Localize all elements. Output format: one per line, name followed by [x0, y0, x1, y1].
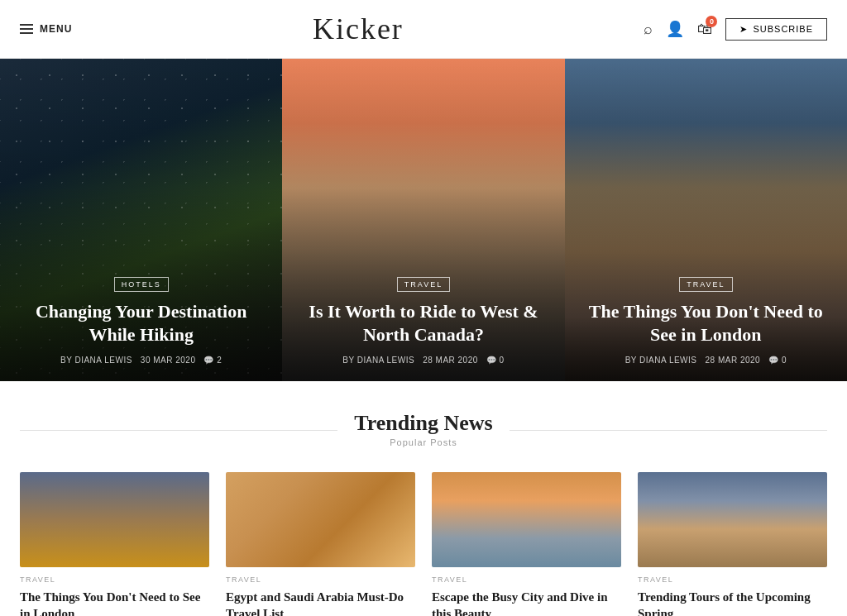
- menu-label[interactable]: MENU: [40, 23, 72, 35]
- subscribe-label: SUBSCRIBE: [753, 24, 813, 34]
- subscribe-icon: ➤: [739, 24, 748, 35]
- trending-card-2-image: [226, 472, 415, 567]
- hero-card-1-tag: HOTELS: [114, 277, 169, 292]
- trending-card-1-title: The Things You Don't Need to See in Lond…: [20, 589, 209, 616]
- hero-card-1-title: Changing Your Destination While Hiking: [18, 300, 264, 347]
- trending-card-3-title: Escape the Busy City and Dive in this Be…: [432, 589, 621, 616]
- hero-card-2-tag: TRAVEL: [397, 277, 450, 292]
- hero-card-3[interactable]: TRAVEL The Things You Don't Need to See …: [565, 59, 847, 381]
- hero-card-1-date: 30 MAR 2020: [141, 356, 196, 365]
- trending-section: Trending News Popular Posts TRAVEL The T…: [0, 381, 847, 616]
- hero-card-2-content: TRAVEL Is It Worth to Ride to West & Nor…: [282, 259, 564, 381]
- site-logo[interactable]: Kicker: [313, 12, 404, 46]
- hero-card-3-content: TRAVEL The Things You Don't Need to See …: [565, 259, 847, 381]
- trending-card-3[interactable]: TRAVEL Escape the Busy City and Dive in …: [432, 472, 621, 616]
- trending-card-3-image: [432, 472, 621, 567]
- trending-card-4-image: [638, 472, 827, 567]
- trending-title: Trending News: [354, 411, 492, 436]
- trending-grid: TRAVEL The Things You Don't Need to See …: [20, 472, 827, 616]
- trending-card-4[interactable]: TRAVEL Trending Tours of the Upcoming Sp…: [638, 472, 827, 616]
- trending-card-4-title: Trending Tours of the Upcoming Spring: [638, 589, 827, 616]
- search-icon[interactable]: ⌕: [644, 21, 653, 38]
- menu-icon[interactable]: [20, 24, 33, 34]
- trending-header: Trending News Popular Posts: [20, 411, 827, 449]
- hero-section: HOTELS Changing Your Destination While H…: [0, 59, 847, 381]
- hero-card-3-tag: TRAVEL: [679, 277, 732, 292]
- cart-icon-wrap[interactable]: 🛍 0: [697, 21, 712, 38]
- trending-card-3-tag: TRAVEL: [432, 575, 621, 584]
- hero-card-3-title: The Things You Don't Need to See in Lond…: [583, 300, 829, 347]
- trending-title-wrap: Trending News Popular Posts: [337, 411, 509, 447]
- trending-card-4-tag: TRAVEL: [638, 575, 827, 584]
- trending-subtitle: Popular Posts: [354, 437, 492, 447]
- trending-card-1-tag: TRAVEL: [20, 575, 209, 584]
- subscribe-button[interactable]: ➤ SUBSCRIBE: [725, 18, 827, 41]
- trending-card-1-image: [20, 472, 209, 567]
- user-icon[interactable]: 👤: [666, 20, 684, 38]
- hero-card-2-author: BY DIANA LEWIS: [342, 356, 414, 365]
- trending-card-2[interactable]: TRAVEL Egypt and Saudi Arabia Must-Do Tr…: [226, 472, 415, 616]
- hero-card-1-meta: BY DIANA LEWIS 30 MAR 2020 💬 2: [18, 356, 264, 365]
- hero-card-1-comments: 💬 2: [203, 356, 222, 365]
- hero-card-2-comments: 💬 0: [486, 356, 505, 365]
- cart-badge: 0: [706, 16, 717, 27]
- hero-card-2-title: Is It Worth to Ride to West & North Cana…: [300, 300, 546, 347]
- trending-card-2-title: Egypt and Saudi Arabia Must-Do Travel Li…: [226, 589, 415, 616]
- hero-card-3-author: BY DIANA LEWIS: [625, 356, 697, 365]
- header: MENU Kicker ⌕ 👤 🛍 0 ➤ SUBSCRIBE: [0, 0, 847, 59]
- hero-card-2-meta: BY DIANA LEWIS 28 MAR 2020 💬 0: [300, 356, 546, 365]
- hero-card-2-date: 28 MAR 2020: [423, 356, 478, 365]
- hero-card-3-date: 28 MAR 2020: [706, 356, 761, 365]
- hero-card-3-comments: 💬 0: [768, 356, 787, 365]
- header-right: ⌕ 👤 🛍 0 ➤ SUBSCRIBE: [644, 18, 827, 41]
- hero-card-1-content: HOTELS Changing Your Destination While H…: [0, 259, 282, 381]
- hero-card-3-meta: BY DIANA LEWIS 28 MAR 2020 💬 0: [583, 356, 829, 365]
- hero-card-1[interactable]: HOTELS Changing Your Destination While H…: [0, 59, 282, 381]
- trending-card-1[interactable]: TRAVEL The Things You Don't Need to See …: [20, 472, 209, 616]
- hero-card-2[interactable]: TRAVEL Is It Worth to Ride to West & Nor…: [282, 59, 564, 381]
- hero-card-1-author: BY DIANA LEWIS: [60, 356, 132, 365]
- trending-card-2-tag: TRAVEL: [226, 575, 415, 584]
- header-left: MENU: [20, 23, 72, 35]
